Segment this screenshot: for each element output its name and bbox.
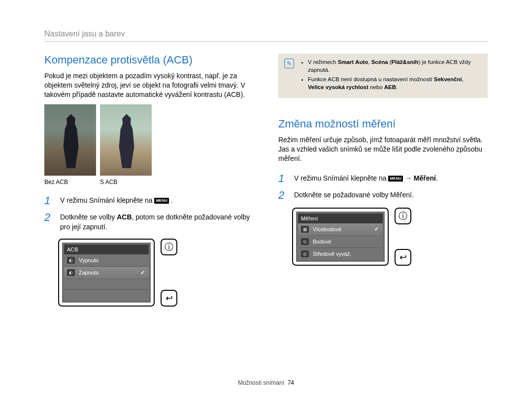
back-button[interactable]: ↩ — [161, 290, 177, 307]
photo-without-acb — [44, 104, 96, 176]
step-number-2: 2 — [44, 212, 53, 232]
note-line-1: V režimech Smart Auto, Scéna (Pláž&sníh)… — [308, 59, 481, 74]
camera-screen-acb: ACB ◐ Vypnuto ◐ Zapnuto ✓ — [58, 239, 155, 307]
acb-on-icon: ◐ — [67, 269, 75, 276]
info-icon: ⓘ — [165, 241, 173, 253]
step-number-1: 1 — [44, 195, 53, 206]
step-number-1: 1 — [278, 173, 287, 184]
option-center[interactable]: ◎ Středově vyváž. — [298, 248, 383, 260]
photo-comparison: Bez ACB S ACB — [44, 104, 254, 185]
caption-without-acb: Bez ACB — [44, 179, 96, 185]
center-icon: ◎ — [301, 250, 309, 257]
option-acb-off[interactable]: ◐ Vypnuto — [64, 254, 149, 267]
step-2-text-right: Dotkněte se požadované volby Měření. — [294, 190, 414, 201]
empty-row — [64, 290, 149, 301]
step-1-text: V režimu Snímání klepněte na MENU . — [60, 195, 173, 206]
step-1-text-right: V režimu Snímání klepněte na MENU → Měře… — [294, 173, 438, 184]
breadcrumb: Nastavení jasu a barev — [44, 30, 488, 42]
info-button[interactable]: ⓘ — [161, 239, 177, 255]
back-icon: ↩ — [399, 252, 407, 263]
menu-icon: MENU — [388, 176, 403, 182]
info-button[interactable]: ⓘ — [395, 208, 411, 224]
acb-intro: Pokud je mezi objektem a pozadím vysoký … — [44, 71, 254, 99]
note-box: ✎ V režimech Smart Auto, Scéna (Pláž&sní… — [278, 54, 488, 98]
spot-icon: ⊙ — [301, 238, 309, 245]
acb-off-icon: ◐ — [67, 257, 75, 264]
back-icon: ↩ — [166, 293, 173, 304]
photo-with-acb — [100, 104, 152, 176]
camera-title-metering: Měření — [298, 214, 383, 223]
heading-acb: Kompenzace protisvětla (ACB) — [44, 54, 254, 66]
step-2-text: Dotkněte se volby ACB, potom se dotkněte… — [60, 212, 254, 232]
empty-row — [64, 279, 149, 290]
check-icon: ✓ — [140, 270, 145, 276]
camera-title-acb: ACB — [64, 245, 149, 254]
menu-icon: MENU — [154, 198, 169, 204]
back-button[interactable]: ↩ — [395, 249, 411, 266]
metering-intro: Režim měření určuje způsob, jímž fotoapa… — [278, 135, 488, 163]
option-acb-on[interactable]: ◐ Zapnuto ✓ — [64, 267, 149, 279]
right-column: ✎ V režimech Smart Auto, Scéna (Pláž&sní… — [278, 54, 488, 307]
check-icon: ✓ — [374, 226, 379, 232]
note-icon: ✎ — [284, 59, 294, 68]
left-column: Kompenzace protisvětla (ACB) Pokud je me… — [44, 54, 254, 307]
page-footer: Možnosti snímání 74 — [0, 379, 532, 386]
camera-screen-metering: Měření ▦ Vícebodové ✓ ⊙ Bodové ◎ — [292, 208, 389, 266]
option-multi[interactable]: ▦ Vícebodové ✓ — [298, 223, 383, 236]
note-line-2: Funkce ACB není dostupná u nastavení mož… — [308, 76, 481, 91]
info-icon: ⓘ — [399, 210, 407, 222]
caption-with-acb: S ACB — [100, 179, 152, 185]
heading-metering: Změna možností měření — [278, 118, 488, 130]
option-spot[interactable]: ⊙ Bodové — [298, 236, 383, 248]
step-number-2: 2 — [278, 190, 287, 201]
multi-icon: ▦ — [301, 226, 309, 233]
